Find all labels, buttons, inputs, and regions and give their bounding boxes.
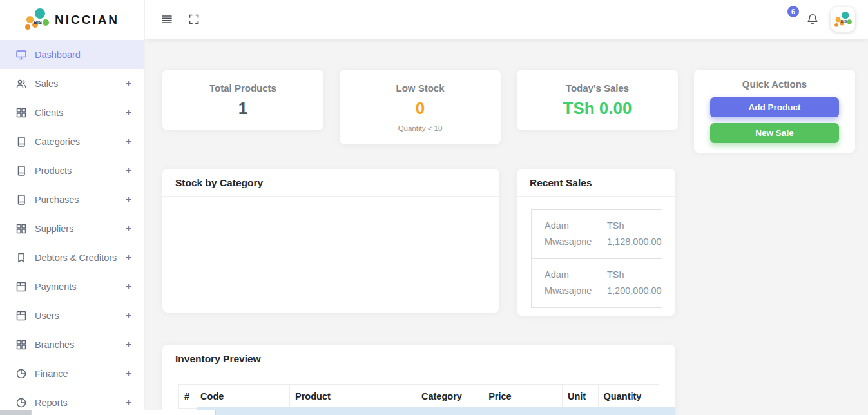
recent-sales-body: Adam Mwasajone TSh 1,128,000.00 Adam Mwa… — [517, 197, 675, 308]
sidebar-item-label: Debtors & Creditors — [35, 253, 117, 263]
expand-plus-icon[interactable]: + — [126, 397, 131, 409]
inventory-preview-panel: Inventory Preview # Code Product Categor… — [162, 345, 675, 415]
topbar-left-group — [145, 13, 200, 26]
inventory-table-wrap: # Code Product Category Price Unit Quant… — [162, 372, 675, 409]
sidebar-item-label: Branches — [35, 340, 74, 350]
expand-plus-icon[interactable]: + — [126, 281, 131, 293]
expand-plus-icon[interactable]: + — [126, 310, 131, 322]
sidebar-nav: Dashboard Sales + Clients + — [0, 39, 144, 415]
messages-button[interactable]: 6 — [779, 12, 795, 27]
sidebar-item-label: Categories — [35, 137, 80, 147]
logo-dot-yellow — [835, 17, 840, 22]
column-header-code[interactable]: Code — [195, 385, 290, 409]
todays-sales-value: TSh 0.00 — [526, 99, 669, 118]
brand-name: NICCIAN — [55, 13, 119, 27]
column-header-unit[interactable]: Unit — [562, 385, 598, 409]
low-stock-card: Low Stock 0 Quantity < 10 — [340, 70, 501, 144]
todays-sales-card: Today's Sales TSh 0.00 — [517, 70, 678, 130]
middle-row: Stock by Category Recent Sales Adam Mwas… — [162, 169, 868, 316]
low-stock-subtitle: Quantity < 10 — [349, 124, 492, 132]
sidebar-item-finance[interactable]: Finance + — [0, 359, 144, 388]
inventory-preview-header: Inventory Preview — [162, 345, 675, 372]
brand-logo[interactable]: BIS NICCIAN — [0, 0, 144, 39]
grid-icon — [15, 339, 27, 351]
grid-icon — [15, 223, 27, 235]
layout-icon — [15, 310, 27, 322]
sidebar-item-label: Clients — [35, 108, 63, 118]
stock-by-category-title: Stock by Category — [175, 177, 263, 188]
column-header-price[interactable]: Price — [483, 385, 563, 409]
logo-dot-teal — [841, 11, 849, 19]
expand-plus-icon[interactable]: + — [126, 136, 131, 148]
logo-dot-teal — [35, 8, 45, 19]
user-avatar[interactable]: BIS — [831, 7, 855, 32]
stock-by-category-chart-area — [162, 197, 499, 311]
horizontal-scrollbar-thumb[interactable] — [0, 410, 31, 415]
stats-row: Total Products 1 Low Stock 0 Quantity < … — [162, 70, 868, 153]
sidebar-item-payments[interactable]: Payments + — [0, 272, 144, 301]
new-sale-button[interactable]: New Sale — [710, 123, 839, 143]
pie-chart-icon — [15, 397, 27, 409]
notifications-bell-icon[interactable] — [806, 13, 819, 26]
expand-plus-icon[interactable]: + — [126, 339, 131, 351]
sidebar-item-branches[interactable]: Branches + — [0, 330, 144, 359]
monitor-icon — [15, 49, 27, 61]
sidebar-item-sales[interactable]: Sales + — [0, 69, 144, 98]
expand-plus-icon[interactable]: + — [126, 194, 131, 206]
column-header-index[interactable]: # — [179, 385, 195, 409]
column-header-quantity[interactable]: Quantity — [598, 385, 659, 409]
sidebar-item-label: Payments — [35, 282, 76, 292]
sidebar-item-label: Purchases — [35, 195, 79, 205]
stock-by-category-panel: Stock by Category — [162, 169, 499, 313]
expand-plus-icon[interactable]: + — [126, 78, 131, 90]
sidebar-item-debtors-creditors[interactable]: Debtors & Creditors + — [0, 243, 144, 272]
sidebar-item-clients[interactable]: Clients + — [0, 98, 144, 127]
recent-sales-panel: Recent Sales Adam Mwasajone TSh 1,128,00… — [517, 169, 675, 316]
recent-sale-amount: TSh 1,128,000.00 — [598, 218, 662, 250]
grid-icon — [15, 107, 27, 119]
recent-sale-client: Adam Mwasajone — [545, 218, 598, 250]
logo-dot-orange-small — [25, 24, 30, 30]
add-product-button[interactable]: Add Product — [710, 97, 839, 117]
fullscreen-icon[interactable] — [188, 13, 200, 26]
sidebar-item-label: Reports — [35, 398, 68, 408]
messages-count-badge: 6 — [787, 6, 799, 17]
sidebar-item-suppliers[interactable]: Suppliers + — [0, 214, 144, 243]
inventory-preview-title: Inventory Preview — [175, 353, 261, 364]
expand-plus-icon[interactable]: + — [126, 107, 131, 119]
sidebar-item-users[interactable]: Users + — [0, 301, 144, 330]
topbar: 6 BIS — [145, 0, 868, 39]
sidebar-item-label: Sales — [35, 79, 58, 89]
menu-toggle-icon[interactable] — [160, 13, 173, 26]
logo-dot-green — [847, 19, 851, 24]
column-header-product[interactable]: Product — [290, 385, 416, 409]
sidebar-item-categories[interactable]: Categories + — [0, 127, 144, 156]
expand-plus-icon[interactable]: + — [126, 223, 131, 235]
total-products-card: Total Products 1 — [162, 70, 323, 130]
sidebar: BIS NICCIAN Dashboard Sales + — [0, 0, 145, 415]
book-icon — [15, 165, 27, 177]
total-products-title: Total Products — [171, 82, 314, 93]
quick-actions-title: Quick Actions — [710, 79, 839, 90]
sidebar-item-products[interactable]: Products + — [0, 156, 144, 185]
expand-plus-icon[interactable]: + — [126, 368, 131, 380]
logo-sub-text: BIS — [34, 19, 42, 25]
expand-plus-icon[interactable]: + — [126, 252, 131, 264]
recent-sales-header: Recent Sales — [517, 169, 675, 197]
sidebar-item-label: Dashboard — [35, 50, 81, 60]
column-header-category[interactable]: Category — [416, 385, 483, 409]
expand-plus-icon[interactable]: + — [126, 165, 131, 177]
logo-dot-yellow — [26, 16, 34, 23]
layout-icon — [15, 281, 27, 293]
pie-chart-icon — [15, 368, 27, 380]
sidebar-item-label: Finance — [35, 369, 68, 379]
book-icon — [15, 194, 27, 206]
todays-sales-title: Today's Sales — [526, 82, 669, 93]
inventory-header-row: # Code Product Category Price Unit Quant… — [179, 385, 659, 409]
total-products-value: 1 — [171, 99, 314, 118]
sidebar-item-dashboard[interactable]: Dashboard — [0, 40, 144, 69]
quick-actions-card: Quick Actions Add Product New Sale — [694, 70, 855, 153]
horizontal-scrollbar-track[interactable] — [31, 410, 216, 415]
recent-sale-row: Adam Mwasajone TSh 1,128,000.00 — [532, 210, 662, 258]
sidebar-item-purchases[interactable]: Purchases + — [0, 185, 144, 214]
